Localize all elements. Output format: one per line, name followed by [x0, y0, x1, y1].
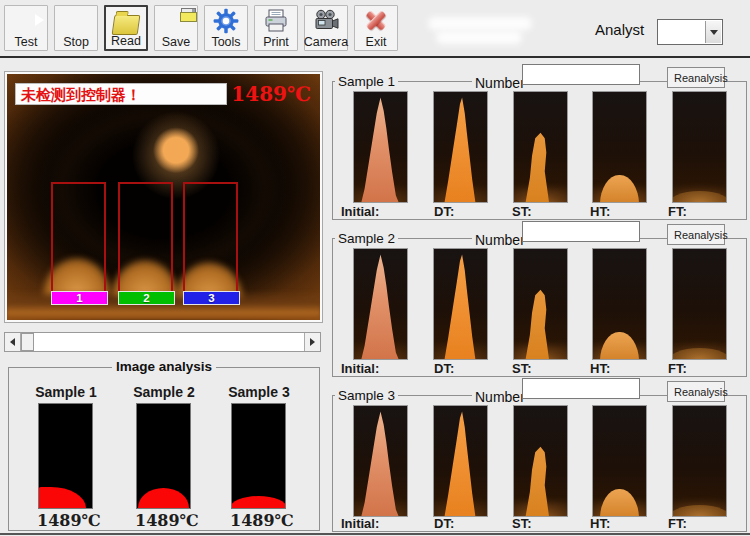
analysis-sample-1-name: Sample 1 — [26, 384, 106, 400]
save-button[interactable]: Save — [154, 5, 198, 51]
camera-button[interactable]: Camera — [304, 5, 348, 51]
chevron-down-icon[interactable] — [705, 21, 721, 43]
stage-thumbnail-dt — [433, 248, 488, 360]
cone-shape — [434, 92, 487, 202]
toolbar: Test Stop Read Save — [0, 0, 750, 56]
pause-icon — [63, 8, 89, 34]
stage-thumbnail-ht — [592, 91, 647, 203]
stage-thumbnail-ft — [672, 91, 727, 203]
cone-shape — [434, 406, 487, 516]
cone-shape — [672, 191, 727, 203]
close-icon — [363, 8, 389, 34]
stage-thumbnail-st — [513, 405, 568, 517]
sample-1-panel: Sample 1 Number Reanalysis Initial: DT: … — [332, 62, 747, 220]
read-button-label: Read — [111, 34, 141, 49]
analyst-label: Analyst — [595, 21, 644, 38]
number-label: Number — [472, 232, 528, 248]
stage-label-dt: DT: — [434, 516, 454, 531]
stage-label-st: ST: — [512, 204, 532, 219]
roi-rectangle-1 — [51, 182, 106, 293]
tools-button-label: Tools — [211, 35, 240, 50]
camera-icon — [313, 8, 339, 34]
stage-label-dt: DT: — [434, 204, 454, 219]
sample-1-number-input[interactable] — [522, 64, 640, 85]
stage-thumbnail-ft — [672, 248, 727, 360]
cone-shape — [600, 175, 638, 204]
cone-shape — [434, 249, 487, 359]
stage-label-dt: DT: — [434, 361, 454, 376]
number-label: Number — [472, 75, 528, 91]
print-button[interactable]: Print — [254, 5, 298, 51]
cone-shape — [354, 406, 407, 516]
analysis-thumbnail-2 — [136, 403, 191, 509]
stage-label-ft: FT: — [668, 361, 687, 376]
print-button-label: Print — [263, 35, 289, 50]
image-analysis-group: Image analysis Sample 1 Sample 2 Sample … — [8, 367, 320, 531]
furnace-image: 1 2 3 未检测到控制器！ 1489℃ — [7, 74, 320, 320]
sample-3-panel: Sample 3 Number Reanalysis Initial: DT: … — [332, 376, 747, 534]
stage-thumbnail-dt — [433, 91, 488, 203]
scrollbar-thumb[interactable] — [21, 333, 34, 351]
stage-label-ft: FT: — [668, 516, 687, 531]
sample-1-reanalysis-button[interactable]: Reanalysis — [667, 67, 725, 88]
stage-thumbnail-initial — [353, 248, 408, 360]
cone-silhouette — [138, 488, 189, 508]
tools-button[interactable]: Tools — [204, 5, 248, 51]
gear-icon — [213, 8, 239, 34]
test-button[interactable]: Test — [4, 5, 48, 51]
analysis-sample-2-name: Sample 2 — [124, 384, 204, 400]
region-tag-1: 1 — [51, 291, 108, 305]
analysis-temp-1: 1489℃ — [37, 511, 101, 530]
sample-3-number-input[interactable] — [522, 378, 640, 399]
furnace-temperature: 1489℃ — [231, 82, 311, 106]
cone-silhouette — [38, 487, 86, 508]
cone-shape — [354, 249, 407, 359]
floppy-icon — [163, 8, 189, 34]
cone-shape — [600, 489, 638, 518]
region-tag-2: 2 — [118, 291, 175, 305]
sample-1-title: Sample 1 — [335, 74, 398, 89]
cone-shape — [514, 406, 567, 516]
cone-shape — [514, 92, 567, 202]
cone-shape — [514, 249, 567, 359]
cone-shape — [672, 505, 727, 517]
cone-shape — [600, 332, 638, 361]
image-analysis-title: Image analysis — [112, 359, 216, 374]
scroll-left-arrow[interactable] — [5, 333, 21, 351]
stop-button[interactable]: Stop — [54, 5, 98, 51]
stage-thumbnail-ht — [592, 248, 647, 360]
stage-label-initial: Initial: — [341, 204, 379, 219]
analyst-select[interactable] — [657, 19, 723, 45]
stage-label-ht: HT: — [590, 516, 610, 531]
stop-button-label: Stop — [63, 35, 89, 50]
cone-silhouette — [231, 496, 286, 508]
exit-button-label: Exit — [366, 35, 387, 50]
roi-rectangle-3 — [183, 182, 238, 293]
stage-label-st: ST: — [512, 516, 532, 531]
controller-alert: 未检测到控制器！ — [15, 83, 227, 105]
number-label: Number — [472, 389, 528, 405]
sample-2-panel: Sample 2 Number Reanalysis Initial: DT: … — [332, 219, 747, 377]
save-button-label: Save — [162, 35, 191, 50]
analysis-thumbnail-1 — [38, 403, 93, 509]
roi-rectangle-2 — [118, 182, 173, 293]
analysis-thumbnail-3 — [231, 403, 286, 509]
region-tag-3: 3 — [183, 291, 240, 305]
toolbar-separator — [0, 56, 750, 58]
sample-3-reanalysis-button[interactable]: Reanalysis — [667, 381, 725, 402]
camera-button-label: Camera — [304, 35, 348, 50]
analysis-temp-3: 1489℃ — [230, 511, 294, 530]
sample-2-number-input[interactable] — [522, 221, 640, 242]
scroll-right-arrow[interactable] — [304, 333, 320, 351]
cone-shape — [672, 348, 727, 360]
camera-scrollbar[interactable] — [4, 332, 321, 352]
exit-button[interactable]: Exit — [354, 5, 398, 51]
play-icon — [13, 8, 39, 34]
analysis-sample-3-name: Sample 3 — [219, 384, 299, 400]
read-button[interactable]: Read — [104, 5, 148, 51]
stage-thumbnail-dt — [433, 405, 488, 517]
cone-shape — [354, 92, 407, 202]
sample-3-title: Sample 3 — [335, 388, 398, 403]
sample-2-reanalysis-button[interactable]: Reanalysis — [667, 224, 725, 245]
folder-icon — [113, 8, 139, 34]
